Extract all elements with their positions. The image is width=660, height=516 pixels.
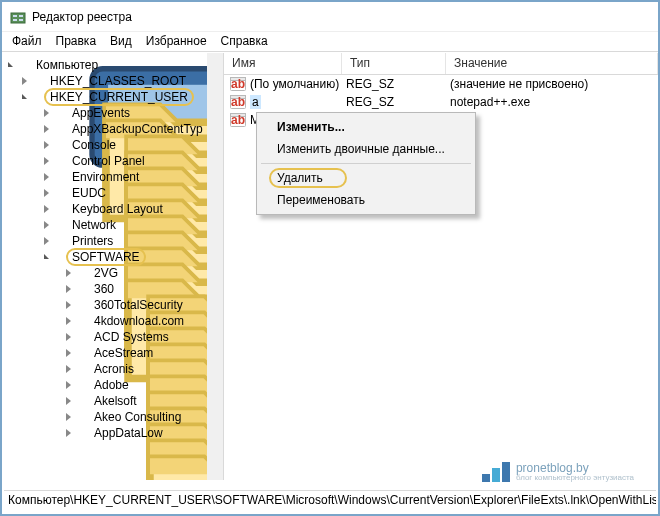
reg-string-icon [230,76,246,92]
folder-icon [53,234,69,248]
tree-l3-5[interactable]: AceStream [2,345,223,361]
menu-edit[interactable]: Правка [56,34,97,51]
tree-label: AppEvents [72,105,130,121]
tree-expander-icon[interactable] [62,427,74,439]
tree-label: Console [72,137,116,153]
computer-icon [17,58,33,72]
tree-label: AppXBackupContentTyp [72,121,203,137]
menubar: Файл Правка Вид Избранное Справка [2,32,658,52]
tree-l3-8[interactable]: Akelsoft [2,393,223,409]
tree-l3-7[interactable]: Adobe [2,377,223,393]
folder-icon [75,426,91,440]
cell-name: (По умолчанию) [250,77,346,91]
tree-label: ACD Systems [94,329,169,345]
tree-l3-3[interactable]: 4kdownload.com [2,313,223,329]
tree-label: Компьютер [36,57,98,73]
tree-l3-4[interactable]: ACD Systems [2,329,223,345]
tree-label: 360 [94,281,114,297]
tree-label: Environment [72,169,139,185]
tree-expander-icon[interactable] [62,331,74,343]
tree-l2-9[interactable]: SOFTWARE [2,249,223,265]
tree-expander-icon[interactable] [40,171,52,183]
tree-expander-icon[interactable] [62,363,74,375]
tree-expander-icon[interactable] [62,299,74,311]
folder-icon [53,170,69,184]
folder-icon [53,218,69,232]
header-value[interactable]: Значение [446,53,658,74]
tree-expander-icon[interactable] [4,59,16,71]
tree-l3-10[interactable]: AppDataLow [2,425,223,441]
folder-icon [75,298,91,312]
tree-panel: КомпьютерHKEY_CLASSES_ROOTHKEY_CURRENT_U… [2,53,224,480]
tree-expander-icon[interactable] [40,235,52,247]
tree-expander-icon[interactable] [62,347,74,359]
svg-rect-9 [13,19,17,21]
folder-icon [53,122,69,136]
tree-expander-icon[interactable] [40,155,52,167]
folder-icon [53,106,69,120]
list-row[interactable]: aREG_SZnotepad++.exe [224,93,658,111]
tree-expander-icon[interactable] [40,219,52,231]
tree-expander-icon[interactable] [40,139,52,151]
cell-type: REG_SZ [346,77,450,91]
cm-modify[interactable]: Изменить... [259,116,473,138]
tree-expander-icon[interactable] [62,395,74,407]
cell-value: notepad++.exe [450,95,530,109]
tree-label: Akeo Consulting [94,409,181,425]
header-type[interactable]: Тип [342,53,446,74]
menu-view[interactable]: Вид [110,34,132,51]
tree-expander-icon[interactable] [62,283,74,295]
tree-expander-icon[interactable] [40,187,52,199]
tree-l3-6[interactable]: Acronis [2,361,223,377]
window-title: Редактор реестра [32,10,132,24]
folder-icon [75,410,91,424]
tree-expander-icon[interactable] [40,123,52,135]
list-row[interactable]: (По умолчанию)REG_SZ(значение не присвое… [224,75,658,93]
cm-rename[interactable]: Переименовать [259,189,473,211]
tree-scrollbar[interactable] [207,53,223,480]
tree-root-computer[interactable]: Компьютер [2,57,223,73]
watermark-logo-icon [482,462,510,482]
tree-label: EUDC [72,185,106,201]
folder-icon [75,314,91,328]
tree-expander-icon[interactable] [40,203,52,215]
menu-file[interactable]: Файл [12,34,42,51]
tree-expander-icon[interactable] [40,107,52,119]
tree-label: Network [72,217,116,233]
statusbar: Компьютер\HKEY_CURRENT_USER\SOFTWARE\Mic… [4,490,656,510]
menu-help[interactable]: Справка [221,34,268,51]
cm-modify-binary[interactable]: Изменить двоичные данные... [259,138,473,160]
cm-separator [261,163,471,164]
tree-expander-icon[interactable] [18,75,30,87]
tree-l3-0[interactable]: 2VG [2,265,223,281]
titlebar: Редактор реестра [2,2,658,32]
tree-expander-icon[interactable] [62,411,74,423]
tree-label: Printers [72,233,113,249]
svg-rect-10 [19,19,23,21]
tree-l3-1[interactable]: 360 [2,281,223,297]
menu-favorites[interactable]: Избранное [146,34,207,51]
reg-string-icon [230,112,246,128]
tree-label: HKEY_CURRENT_USER [50,89,188,105]
tree-label: HKEY_CLASSES_ROOT [50,73,186,89]
folder-icon [31,74,47,88]
cm-delete[interactable]: Удалить [259,167,473,189]
tree-expander-icon[interactable] [40,251,52,263]
status-path: Компьютер\HKEY_CURRENT_USER\SOFTWARE\Mic… [8,493,656,507]
tree-label: Acronis [94,361,134,377]
tree-hkcr[interactable]: HKEY_CLASSES_ROOT [2,73,223,89]
tree-expander-icon[interactable] [62,315,74,327]
header-name[interactable]: Имя [224,53,342,74]
tree-expander-icon[interactable] [18,91,30,103]
folder-icon [75,330,91,344]
tree-expander-icon[interactable] [62,267,74,279]
folder-icon [53,138,69,152]
tree-label: AceStream [94,345,153,361]
context-menu: Изменить... Изменить двоичные данные... … [256,112,476,215]
tree-l3-9[interactable]: Akeo Consulting [2,409,223,425]
folder-icon [75,362,91,376]
tree-expander-icon[interactable] [62,379,74,391]
svg-rect-8 [19,15,23,17]
tree-l3-2[interactable]: 360TotalSecurity [2,297,223,313]
tree-hkcu[interactable]: HKEY_CURRENT_USER [2,89,223,105]
